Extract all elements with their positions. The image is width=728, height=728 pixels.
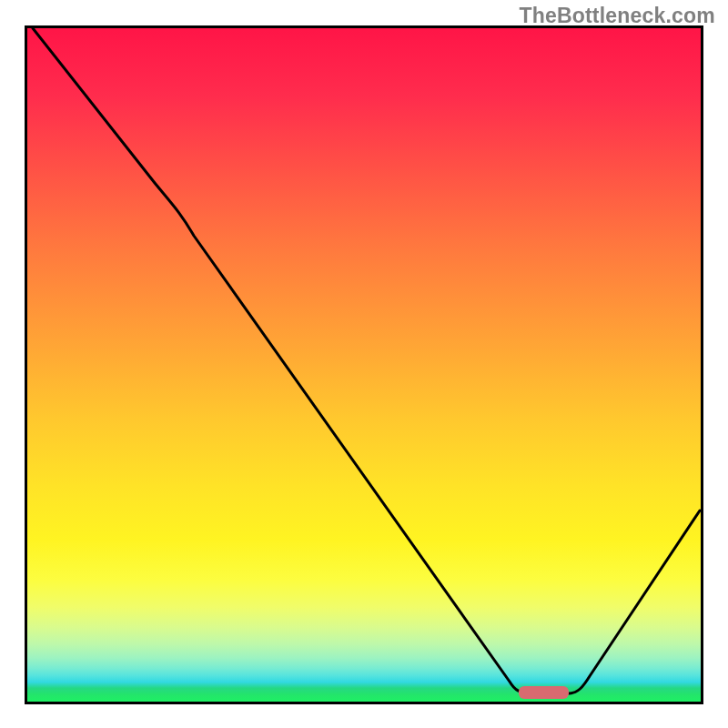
bottleneck-curve <box>33 28 700 693</box>
optimal-marker <box>519 686 569 699</box>
chart-container: TheBottleneck.com <box>0 0 728 728</box>
plot-area <box>25 25 703 704</box>
curve-overlay <box>27 28 701 702</box>
watermark-text: TheBottleneck.com <box>519 4 715 28</box>
